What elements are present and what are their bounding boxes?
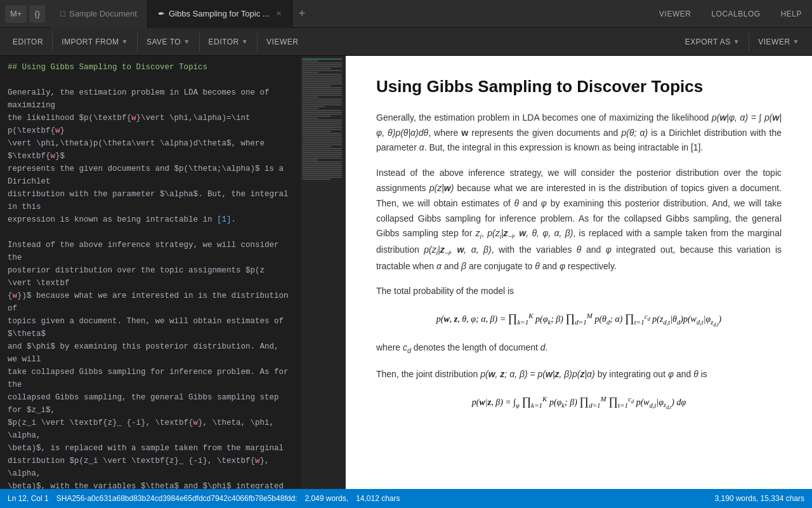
export-as-button[interactable]: EXPORT AS ▼ (678, 28, 748, 56)
tab-sample-doc-label: Sample Document (69, 9, 137, 18)
minimap-line (302, 77, 342, 79)
md-icon-btn[interactable]: M+ (5, 5, 27, 23)
minimap-line (302, 146, 331, 147)
viewer-nav-button[interactable]: VIEWER (649, 0, 701, 28)
sha-hash: SHA256-a0c631a68bd83b24cd3984e65dfdcd794… (56, 494, 298, 503)
minimap-line (302, 133, 342, 134)
md-icon: M+ (10, 9, 22, 18)
viewer-paragraph-5: Then, the joint distribution p(w, z; α, … (376, 367, 782, 382)
minimap-line (302, 148, 342, 149)
new-tab-button[interactable]: + (292, 0, 312, 28)
minimap-line (302, 74, 342, 75)
minimap-line (302, 97, 318, 98)
minimap-line (302, 117, 318, 119)
minimap-line (302, 142, 342, 144)
tab-sample-document[interactable]: □ Sample Document (50, 0, 148, 28)
math-inline-6: p(w, z; α, β) = p(w|z, β)p(z|α) (480, 369, 595, 379)
minimap-line (302, 66, 342, 67)
minimap-line (302, 100, 342, 102)
editor-btn-2-chevron: ▼ (242, 38, 248, 45)
viewer-formula-1: p(w, z, θ, φ; α, β) = ∏k=1K p(φk; β) ∏d=… (376, 312, 782, 328)
minimap-content (301, 56, 345, 183)
word-count: 2,049 words, (304, 494, 348, 503)
viewer-btn-2[interactable]: VIEWER ▼ (750, 28, 807, 56)
editor-btn-2[interactable]: EDITOR ▼ (201, 28, 256, 56)
minimap-line (302, 58, 342, 60)
minimap-line (302, 116, 331, 117)
minimap-line (302, 72, 318, 73)
tab-gibbs-label: Gibbs Sampling for Topic ... (169, 9, 270, 18)
editor-btn-2-label: EDITOR (209, 37, 239, 46)
minimap-line (302, 138, 342, 140)
status-left: Ln 12, Col 1 SHA256-a0c631a68bd83b24cd39… (8, 494, 400, 503)
viewer-btn-2-label: VIEWER (758, 37, 790, 46)
toolbar-right: EXPORT AS ▼ VIEWER ▼ (678, 28, 807, 56)
toolbar: EDITOR IMPORT FROM ▼ SAVE TO ▼ EDITOR ▼ … (0, 28, 812, 56)
css-icon: {} (34, 9, 40, 18)
import-from-button[interactable]: IMPORT FROM ▼ (54, 28, 136, 56)
minimap-line (302, 150, 342, 151)
minimap-line (302, 91, 342, 92)
viewer-formula-2: p(w|z, β) = ∫φ ∏k=1K p(φk; β) ∏d=1M ∏t=1… (376, 395, 782, 411)
minimap-line (302, 108, 318, 109)
editor-content[interactable]: ## Using Gibbs Sampling to Discover Topi… (0, 56, 301, 489)
minimap-line (302, 121, 342, 123)
math-inline-5: p(zi|z−i, w, α, β) (424, 244, 492, 255)
editor-pane: ## Using Gibbs Sampling to Discover Topi… (0, 56, 346, 489)
minimap-line (302, 114, 342, 115)
minimap-line (302, 178, 331, 180)
viewer-btn[interactable]: VIEWER (259, 28, 306, 56)
tab-close-icon[interactable]: ✕ (276, 10, 282, 18)
import-from-label: IMPORT FROM (62, 37, 119, 46)
minimap-line (302, 85, 331, 86)
viewer-btn-label: VIEWER (266, 37, 298, 46)
editor-label-btn[interactable]: EDITOR (5, 28, 51, 56)
minimap-line (302, 79, 342, 81)
export-as-label: EXPORT AS (685, 37, 731, 46)
minimap-line (302, 152, 342, 153)
minimap-line (302, 135, 342, 136)
minimap-line (302, 137, 342, 138)
import-from-chevron: ▼ (122, 38, 128, 45)
minimap-line (302, 119, 342, 121)
minimap-line (302, 173, 342, 174)
minimap-line (302, 112, 342, 113)
minimap-line (302, 156, 342, 157)
formula-2-content: p(w|z, β) = ∫φ ∏k=1K p(φk; β) ∏d=1M ∏t=1… (472, 398, 686, 407)
status-bar: Ln 12, Col 1 SHA256-a0c631a68bd83b24cd39… (0, 489, 812, 508)
minimap-line (302, 68, 331, 69)
save-to-label: SAVE TO (147, 37, 181, 46)
minimap-line (302, 129, 342, 130)
minimap-line (302, 64, 342, 65)
minimap-line (302, 167, 342, 168)
math-inline-2: p(θ; α) (621, 128, 648, 138)
viewer-title: Using Gibbs Sampling to Discover Topics (376, 76, 782, 98)
localblog-nav-button[interactable]: LOCALBLOG (701, 0, 770, 28)
css-icon-btn[interactable]: {} (29, 5, 45, 23)
minimap-line (302, 87, 342, 88)
minimap-line (302, 76, 342, 77)
help-nav-button[interactable]: HELP (771, 0, 812, 28)
save-to-button[interactable]: SAVE TO ▼ (139, 28, 198, 56)
viewer-paragraph-2: Instead of the above inference strategy,… (376, 166, 782, 274)
viewer-paragraph-4: where cd denotes the length of document … (376, 340, 782, 357)
viewer-count: 3,190 words, 15,334 chars (715, 494, 804, 503)
tab-gibbs-icon: ✒ (158, 9, 165, 18)
tab-bar: M+ {} □ Sample Document ✒ Gibbs Sampling… (0, 0, 812, 28)
save-to-chevron: ▼ (183, 38, 190, 45)
minimap-line (302, 127, 342, 128)
minimap-line (302, 157, 342, 159)
main-area: ## Using Gibbs Sampling to Discover Topi… (0, 56, 812, 489)
minimap-line (302, 95, 342, 96)
viewer-pane[interactable]: Using Gibbs Sampling to Discover Topics … (346, 56, 812, 489)
toolbar-left-section: EDITOR IMPORT FROM ▼ SAVE TO ▼ EDITOR ▼ … (5, 28, 306, 56)
minimap-line (302, 93, 342, 94)
math-inline-4: p(zi|z−i, w, θ, φ, α, β) (487, 228, 573, 238)
math-inline-1: p(w|φ, α) = ∫ p(w|φ, θ)p(θ|α)dθ (376, 112, 782, 138)
tab-gibbs[interactable]: ✒ Gibbs Sampling for Topic ... ✕ (148, 0, 292, 28)
editor-heading: ## Using Gibbs Sampling to Discover Topi… (8, 63, 207, 72)
minimap-line (302, 110, 342, 111)
cursor-position: Ln 12, Col 1 (8, 494, 49, 503)
minimap-line (302, 83, 342, 84)
toolbar-separator-5 (749, 33, 749, 51)
